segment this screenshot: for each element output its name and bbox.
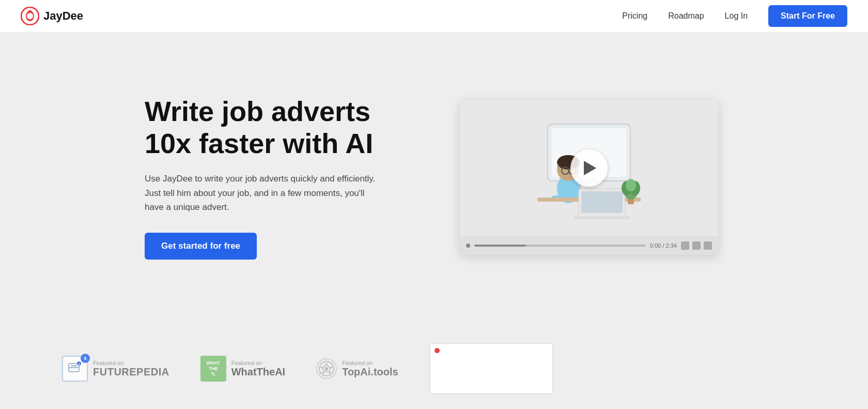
fourth-badge-dot xyxy=(435,348,440,353)
hero-title-line2: 10x faster with AI xyxy=(145,128,373,159)
video-time: 0:00 / 2:34 xyxy=(650,243,677,249)
hero-left: Write job adverts 10x faster with AI Use… xyxy=(145,95,413,260)
futurepedia-logo-svg: 6 xyxy=(68,361,82,376)
progress-bar[interactable] xyxy=(474,245,646,247)
topai-logo-svg xyxy=(318,360,335,377)
topai-text: Featured on TopAi.tools xyxy=(342,360,398,378)
svg-rect-16 xyxy=(581,191,623,213)
svg-point-22 xyxy=(626,179,636,191)
whattheai-featured-label: Featured on xyxy=(231,360,285,366)
get-started-button[interactable]: Get started for free xyxy=(145,233,257,260)
futurepedia-icon: 6 6 xyxy=(62,356,88,382)
logo-area[interactable]: JayDee xyxy=(21,7,83,25)
topai-name: TopAi.tools xyxy=(342,366,398,378)
hero-section: Write job adverts 10x faster with AI Use… xyxy=(0,33,868,322)
svg-rect-25 xyxy=(71,365,77,367)
nav-roadmap[interactable]: Roadmap xyxy=(668,11,704,21)
hero-title: Write job adverts 10x faster with AI xyxy=(145,95,413,159)
hero-description: Use JayDee to write your job adverts qui… xyxy=(145,172,382,214)
volume-icon[interactable] xyxy=(681,241,689,250)
video-icon-controls xyxy=(681,241,712,250)
nav-login[interactable]: Log In xyxy=(725,11,748,21)
nav: Pricing Roadmap Log In Start For Free xyxy=(622,5,847,27)
hero-right: 0:00 / 2:34 xyxy=(455,100,723,255)
badge-count: 6 xyxy=(81,354,90,363)
topai-badge[interactable]: Featured on TopAi.tools xyxy=(316,358,398,379)
hero-title-line1: Write job adverts xyxy=(145,96,370,127)
svg-rect-17 xyxy=(574,216,630,219)
video-controls: 0:00 / 2:34 xyxy=(460,236,718,255)
settings-icon[interactable] xyxy=(692,241,701,250)
play-dot xyxy=(466,244,470,248)
whattheai-text: Featured on WhatTheAI xyxy=(231,360,285,378)
whattheai-name: WhatTheAI xyxy=(231,366,285,378)
topai-icon xyxy=(316,358,337,379)
fullscreen-icon[interactable] xyxy=(704,241,712,250)
video-content xyxy=(460,100,718,236)
topai-featured-label: Featured on xyxy=(342,360,398,366)
whattheai-icon: WHATTHE*L xyxy=(200,356,226,382)
header: JayDee Pricing Roadmap Log In Start For … xyxy=(0,0,868,33)
play-button[interactable] xyxy=(570,149,608,187)
video-player[interactable]: 0:00 / 2:34 xyxy=(460,100,718,255)
svg-point-1 xyxy=(27,13,33,19)
start-for-free-button[interactable]: Start For Free xyxy=(768,5,847,27)
futurepedia-featured-label: Featured on xyxy=(93,360,169,366)
play-icon xyxy=(584,161,596,175)
nav-pricing[interactable]: Pricing xyxy=(622,11,647,21)
futurepedia-text: Featured on FUTUREPEDIA xyxy=(93,360,169,378)
svg-point-30 xyxy=(325,367,328,370)
progress-fill xyxy=(474,245,526,247)
logos-section: 6 6 Featured on FUTUREPEDIA WHATTHE*L Fe… xyxy=(0,322,868,409)
futurepedia-badge[interactable]: 6 6 Featured on FUTUREPEDIA xyxy=(62,356,169,382)
whattheai-badge[interactable]: WHATTHE*L Featured on WhatTheAI xyxy=(200,356,285,382)
futurepedia-name: FUTUREPEDIA xyxy=(93,366,169,378)
logo-icon xyxy=(21,7,39,25)
svg-text:6: 6 xyxy=(79,362,80,366)
fourth-badge xyxy=(429,343,553,395)
logo-text: JayDee xyxy=(43,9,83,23)
